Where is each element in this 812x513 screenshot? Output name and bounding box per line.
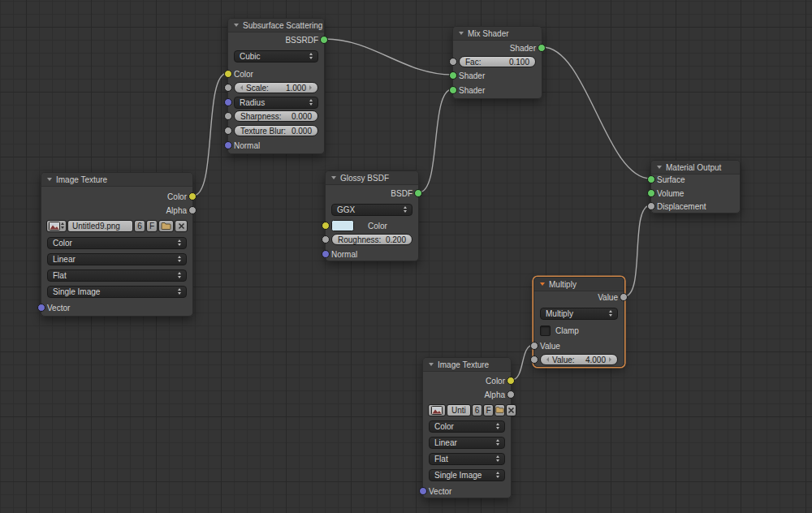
volume-input-socket[interactable] — [647, 189, 655, 197]
vector-input-socket[interactable] — [419, 487, 427, 495]
color-space-dropdown[interactable]: Color — [429, 420, 505, 433]
wire-multiply-value-to-output-displacement — [624, 205, 650, 296]
shader2-input-socket[interactable] — [449, 86, 457, 94]
clamp-label: Clamp — [555, 326, 579, 335]
sharpness-slider[interactable]: Sharpness: 0.000 — [234, 110, 318, 122]
unlink-image-button[interactable] — [175, 220, 188, 232]
interpolation-dropdown[interactable]: Linear — [429, 437, 505, 449]
node-image-texture-2[interactable]: Image Texture Color Alpha Unti 6 F — [422, 357, 512, 498]
alpha-output-socket[interactable] — [188, 206, 197, 214]
shader-output-socket[interactable] — [538, 44, 546, 52]
input-label: Surface — [657, 175, 685, 184]
collapse-triangle-icon[interactable] — [234, 24, 239, 27]
open-image-button[interactable] — [158, 220, 174, 232]
sharpness-input-socket[interactable] — [224, 112, 232, 120]
node-math-multiply[interactable]: Multiply Value Multiply Clamp Value Valu… — [533, 277, 624, 367]
color-swatch[interactable] — [331, 220, 354, 231]
output-label: Color — [167, 192, 187, 201]
nudge-left-icon[interactable] — [240, 85, 243, 90]
open-image-button[interactable] — [495, 404, 505, 416]
surface-input-socket[interactable] — [647, 175, 655, 183]
projection-dropdown[interactable]: Flat — [47, 269, 187, 282]
scale-input-socket[interactable] — [224, 84, 232, 92]
node-editor-canvas[interactable]: Image Texture Color Alpha Untitled9.png … — [0, 0, 812, 513]
source-dropdown[interactable]: Single Image — [47, 286, 187, 298]
value-slider[interactable]: Value: 4.000 — [540, 354, 618, 365]
unlink-image-button[interactable] — [506, 404, 516, 416]
chevron-updown-icon — [404, 206, 407, 213]
collapse-triangle-icon[interactable] — [657, 166, 662, 169]
radius-vector-button[interactable]: Radius — [234, 97, 318, 109]
shader1-input-socket[interactable] — [449, 71, 457, 80]
image-name-field[interactable]: Unti — [447, 404, 471, 416]
fake-user-button[interactable]: F — [146, 220, 158, 232]
node-image-texture-1[interactable]: Image Texture Color Alpha Untitled9.png … — [41, 172, 193, 317]
bsdf-output-socket[interactable] — [414, 189, 422, 197]
users-count-button[interactable]: 6 — [472, 404, 482, 416]
node-header[interactable]: Image Texture — [41, 173, 192, 187]
falloff-dropdown[interactable]: Cubic — [234, 50, 318, 63]
node-title: Image Texture — [56, 175, 107, 184]
node-material-output[interactable]: Material Output Surface Volume Displacem… — [650, 160, 741, 213]
displacement-input-socket[interactable] — [647, 202, 655, 210]
image-datablock-button[interactable] — [428, 404, 446, 416]
clamp-checkbox[interactable] — [540, 325, 551, 336]
scale-slider[interactable]: Scale: 1.000 — [234, 82, 318, 93]
nudge-right-icon[interactable] — [309, 85, 312, 90]
chevron-updown-icon — [178, 239, 181, 246]
color-input-socket[interactable] — [224, 70, 232, 78]
node-title: Material Output — [666, 163, 721, 172]
fac-slider[interactable]: Fac: 0.100 — [459, 56, 536, 67]
value1-input-socket[interactable] — [530, 342, 538, 350]
interpolation-dropdown[interactable]: Linear — [47, 253, 187, 265]
scale-label: Scale: — [246, 84, 269, 93]
distribution-dropdown[interactable]: GGX — [331, 204, 412, 216]
normal-input-socket[interactable] — [322, 250, 330, 258]
node-header[interactable]: Subsurface Scattering — [228, 19, 324, 32]
nudge-right-icon[interactable] — [609, 357, 611, 362]
source-value: Single Image — [434, 471, 482, 480]
color-output-socket[interactable] — [188, 192, 197, 200]
vector-input-socket[interactable] — [37, 304, 45, 312]
node-header[interactable]: Multiply — [534, 278, 624, 291]
collapse-triangle-icon[interactable] — [540, 282, 545, 286]
output-label: BSSRDF — [285, 36, 318, 45]
node-header[interactable]: Mix Shader — [453, 27, 542, 41]
collapse-triangle-icon[interactable] — [331, 176, 336, 179]
collapse-triangle-icon[interactable] — [47, 178, 52, 181]
node-header[interactable]: Image Texture — [423, 358, 511, 372]
color-space-dropdown[interactable]: Color — [47, 237, 187, 249]
radius-input-socket[interactable] — [224, 98, 232, 106]
nudge-left-icon[interactable] — [546, 357, 549, 362]
fac-input-socket[interactable] — [449, 58, 457, 66]
roughness-input-socket[interactable] — [322, 235, 330, 244]
users-count-button[interactable]: 6 — [134, 220, 145, 232]
roughness-slider[interactable]: Roughness: 0.200 — [331, 234, 412, 245]
bssrdf-output-socket[interactable] — [320, 36, 328, 44]
node-mix-shader[interactable]: Mix Shader Shader Fac: 0.100 Shader Shad… — [452, 26, 542, 99]
source-dropdown[interactable]: Single Image — [429, 469, 505, 481]
collapse-triangle-icon[interactable] — [429, 363, 434, 366]
value-output-socket[interactable] — [620, 293, 628, 301]
projection-dropdown[interactable]: Flat — [429, 453, 505, 465]
node-subsurface-scattering[interactable]: Subsurface Scattering BSSRDF Cubic Color… — [227, 18, 325, 154]
value2-input-socket[interactable] — [530, 356, 538, 364]
interpolation-value: Linear — [434, 438, 457, 447]
fake-user-button[interactable]: F — [483, 404, 494, 416]
collapse-triangle-icon[interactable] — [459, 32, 464, 35]
texture-blur-slider[interactable]: Texture Blur: 0.000 — [234, 125, 318, 136]
image-name-field[interactable]: Untitled9.png — [67, 220, 133, 232]
value-value: 4.000 — [585, 356, 606, 364]
operation-dropdown[interactable]: Multiply — [540, 308, 618, 320]
normal-input-socket[interactable] — [224, 141, 232, 149]
node-glossy-bsdf[interactable]: Glossy BSDF BSDF GGX Color Roughness: 0.… — [325, 170, 419, 261]
datablock-stepper-icon[interactable] — [61, 222, 64, 229]
distribution-value: GGX — [337, 205, 355, 214]
color-output-socket[interactable] — [507, 377, 515, 385]
node-header[interactable]: Glossy BSDF — [326, 171, 418, 185]
color-input-socket[interactable] — [322, 222, 330, 230]
alpha-output-socket[interactable] — [507, 390, 515, 399]
texture-blur-input-socket[interactable] — [224, 127, 232, 135]
image-datablock-button[interactable] — [46, 220, 67, 232]
texture-blur-value: 0.000 — [292, 127, 312, 136]
